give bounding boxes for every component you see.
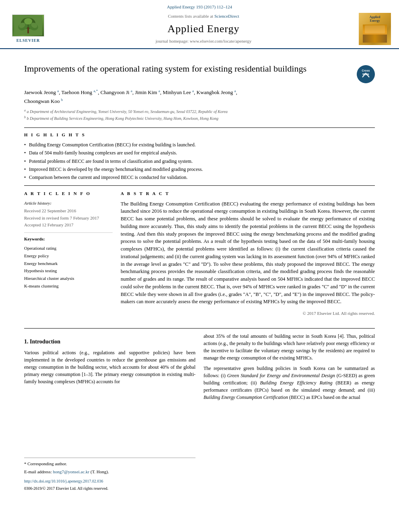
highlight-item-2: Data of 504 multi-family housing complex… — [24, 150, 375, 156]
body-left-column: 1. Introduction Various political action… — [24, 333, 195, 493]
issn-line: 0306-2619/© 2017 Elsevier Ltd. All right… — [24, 485, 195, 491]
journal-title: Applied Energy — [48, 21, 359, 37]
abstract-text: The Building Energy Consumption Certific… — [121, 200, 375, 306]
journal-citation: Applied Energy 193 (2017) 112–124 — [0, 4, 399, 10]
article-title-text: Improvements of the operational rating s… — [24, 63, 357, 75]
authors-line: Jaewook Jeong a, Taehoon Hong a,*, Chang… — [24, 88, 375, 106]
crossmark-badge[interactable]: Cross Mark — [357, 65, 375, 83]
body-right-column: about 35% of the total amounts of buildi… — [204, 333, 375, 493]
affiliation-a: a a Department of Architectural Engineer… — [24, 108, 375, 115]
history-label: Article history: — [24, 200, 113, 207]
intro-paragraph-1: Various political actions (e.g., regulat… — [24, 349, 195, 385]
journal-center-info: Contents lists available at ScienceDirec… — [48, 13, 359, 45]
affiliations: a a Department of Architectural Engineer… — [24, 108, 375, 121]
abstract-title: A B S T R A C T — [121, 191, 375, 197]
intro-heading: 1. Introduction — [24, 337, 195, 346]
article-content: Improvements of the operational rating s… — [0, 49, 399, 325]
highlights-title: H I G H L I G H T S — [24, 132, 375, 138]
highlight-item-1: Building Energy Consumption Certificatio… — [24, 142, 375, 148]
doi-section: http://dx.doi.org/10.1016/j.apenergy.201… — [24, 478, 195, 491]
keywords-section: Keywords: Operational rating Energy poli… — [24, 232, 113, 290]
section-title: Introduction — [30, 339, 60, 345]
section-number: 1. — [24, 339, 29, 345]
email-note: E-mail address: hong7@yonsei.ac.kr (T. H… — [24, 468, 195, 475]
svg-point-5 — [24, 18, 32, 25]
highlights-list: Building Energy Consumption Certificatio… — [24, 142, 375, 181]
journal-homepage: journal homepage: www.elsevier.com/locat… — [48, 38, 359, 45]
accepted-date: Accepted 12 February 2017 — [24, 222, 113, 228]
keywords-list: Operational rating Energy policy Energy … — [24, 244, 113, 290]
intro-paragraph-3: The representative green building polici… — [204, 365, 375, 401]
article-info-title: A R T I C L E I N F O — [24, 191, 113, 197]
copyright-line: © 2017 Elsevier Ltd. All rights reserved… — [121, 309, 375, 317]
badge-text: AppliedEnergy — [369, 15, 380, 23]
footnotes: * Corresponding author. E-mail address: … — [24, 458, 195, 491]
keyword-4: Hypothesis testing — [24, 267, 113, 275]
corresponding-author-note: * Corresponding author. — [24, 460, 195, 467]
abstract-column: A B S T R A C T The Building Energy Cons… — [121, 191, 375, 317]
sciencedirect-label: Contents lists available at — [168, 14, 213, 18]
keyword-2: Energy policy — [24, 252, 113, 260]
crossmark-icon: Cross Mark — [357, 65, 375, 83]
highlight-item-4: Improved BECC is developed by the energy… — [24, 166, 375, 173]
divider-1 — [24, 127, 375, 128]
keyword-5: Hierarchical cluster analysis — [24, 275, 113, 282]
received-revised-date: Received in revised form 7 February 2017 — [24, 215, 113, 222]
keyword-1: Operational rating — [24, 244, 113, 252]
journal-cover-badge: AppliedEnergy — [359, 13, 391, 45]
affiliation-b: b b Department of Building Services Engi… — [24, 115, 375, 121]
elsevier-brand-text: ELSEVIER — [16, 38, 40, 44]
body-content: 1. Introduction Various political action… — [0, 333, 399, 493]
keyword-3: Energy benchmark — [24, 260, 113, 267]
abstract-paragraph: The Building Energy Consumption Certific… — [121, 200, 375, 306]
elsevier-tree-image — [12, 14, 44, 37]
elsevier-logo: ELSEVIER — [8, 14, 48, 44]
keyword-6: K-means clustering — [24, 282, 113, 290]
citation-text: Applied Energy 193 (2017) 112–124 — [167, 4, 232, 9]
article-history: Article history: Received 22 September 2… — [24, 200, 113, 229]
svg-text:Cross: Cross — [362, 69, 370, 72]
received-date: Received 22 September 2016 — [24, 208, 113, 214]
article-title-section: Improvements of the operational rating s… — [24, 63, 375, 83]
keywords-title: Keywords: — [24, 236, 113, 242]
highlight-item-5: Comparison between the current and impro… — [24, 174, 375, 181]
article-info-abstract: A R T I C L E I N F O Article history: R… — [24, 191, 375, 317]
journal-branding: ELSEVIER Contents lists available at Sci… — [0, 13, 399, 48]
email-link[interactable]: hong7@yonsei.ac.kr — [53, 469, 89, 474]
intro-paragraph-2: about 35% of the total amounts of buildi… — [204, 333, 375, 362]
divider-2 — [24, 185, 375, 186]
highlights-section: H I G H L I G H T S Building Energy Cons… — [24, 132, 375, 181]
doi-link[interactable]: http://dx.doi.org/10.1016/j.apenergy.201… — [24, 478, 195, 484]
divider-3 — [24, 328, 375, 329]
journal-header: Applied Energy 193 (2017) 112–124 ELSEVI… — [0, 0, 399, 49]
article-info-column: A R T I C L E I N F O Article history: R… — [24, 191, 113, 317]
sciencedirect-link[interactable]: ScienceDirect — [214, 14, 239, 18]
highlight-item-3: Potential problems of BECC are found in … — [24, 158, 375, 165]
sciencedirect-notice: Contents lists available at ScienceDirec… — [48, 13, 359, 20]
svg-rect-4 — [27, 27, 29, 33]
